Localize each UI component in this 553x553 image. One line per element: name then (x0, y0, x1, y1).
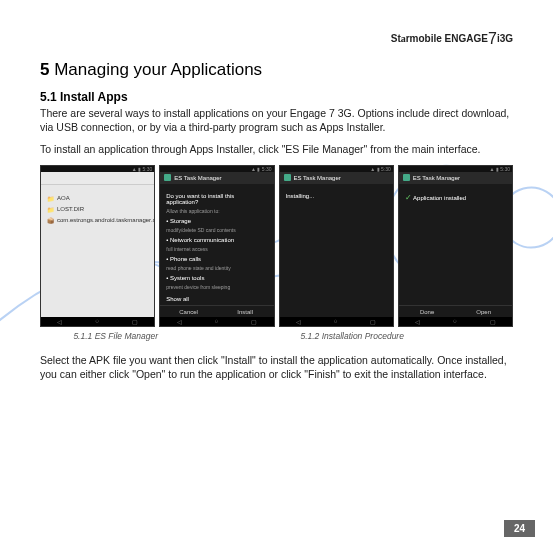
page-number: 24 (504, 520, 535, 537)
screenshot-install-prompt: ▲ ▮ 5:30 ES Task Manager Do you want to … (159, 165, 274, 327)
section-title: 5 Managing your Applications (40, 60, 513, 80)
intro-paragraph-2: To install an application through Apps I… (40, 142, 513, 156)
figure-captions: 5.1.1 ES File Manager 5.1.2 Installation… (40, 331, 513, 341)
subsection-title: 5.1 Install Apps (40, 90, 513, 104)
intro-paragraph-1: There are several ways to install applic… (40, 106, 513, 134)
screenshot-installing: ▲ ▮ 5:30 ES Task Manager Installing... ◁… (279, 165, 394, 327)
screenshot-row: ▲ ▮ 5:30 📁AOA 📁LOST.DIR 📦com.estrongs.an… (40, 165, 513, 327)
screenshot-file-manager: ▲ ▮ 5:30 📁AOA 📁LOST.DIR 📦com.estrongs.an… (40, 165, 155, 327)
screenshot-installed: ▲ ▮ 5:30 ES Task Manager ✓ Application i… (398, 165, 513, 327)
closing-paragraph: Select the APK file you want then click … (40, 353, 513, 381)
brand-header: Starmobile ENGAGE7i3G (40, 30, 513, 48)
